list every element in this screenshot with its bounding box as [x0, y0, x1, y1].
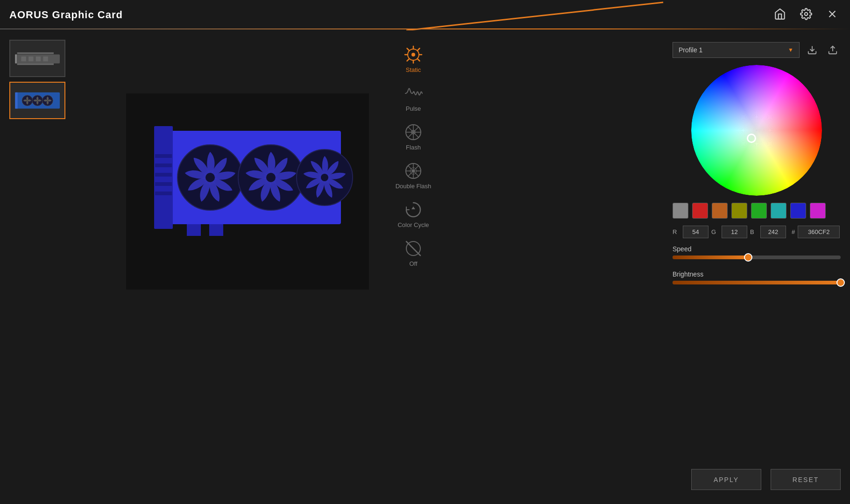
swatch-green[interactable] — [751, 203, 767, 219]
apply-button[interactable]: APPLY — [691, 469, 761, 490]
svg-point-1 — [805, 13, 808, 16]
mode-off-label: Off — [409, 260, 417, 267]
svg-rect-23 — [155, 163, 172, 167]
svg-point-31 — [205, 173, 215, 182]
mode-color-cycle-label: Color Cycle — [397, 221, 429, 228]
svg-point-59 — [412, 170, 415, 172]
mode-off[interactable]: Off — [383, 236, 444, 270]
r-label: R — [673, 228, 680, 235]
profile-import-button[interactable] — [804, 42, 820, 58]
mode-color-cycle[interactable]: Color Cycle — [383, 197, 444, 231]
mode-double-flash-label: Double Flash — [396, 183, 432, 190]
home-button[interactable] — [772, 6, 788, 22]
color-swatches — [673, 203, 841, 219]
profile-dropdown[interactable]: Profile 1 ▼ — [673, 42, 800, 58]
speed-label: Speed — [673, 245, 841, 253]
r-input[interactable] — [683, 226, 708, 238]
mode-flash-label: Flash — [406, 144, 421, 151]
dropdown-arrow-icon: ▼ — [788, 47, 793, 53]
svg-rect-27 — [187, 224, 201, 236]
swatch-cyan[interactable] — [771, 203, 786, 219]
settings-button[interactable] — [798, 6, 815, 22]
svg-line-46 — [418, 49, 420, 51]
swatch-red[interactable] — [692, 203, 708, 219]
svg-line-0 — [406, 2, 663, 30]
svg-rect-9 — [28, 57, 33, 61]
b-input[interactable] — [760, 226, 786, 238]
svg-point-34 — [266, 173, 276, 182]
thumbnail-fans[interactable] — [9, 82, 65, 119]
mode-double-flash[interactable]: Double Flash — [383, 158, 444, 192]
swatch-yellow[interactable] — [731, 203, 747, 219]
thumbnail-sidebar — [9, 40, 70, 119]
g-input[interactable] — [722, 226, 747, 238]
mode-pulse[interactable]: Pulse — [383, 81, 444, 115]
hex-label: # — [792, 228, 795, 235]
speed-slider-section: Speed — [673, 245, 841, 265]
swatch-orange[interactable] — [712, 203, 728, 219]
svg-rect-11 — [43, 57, 48, 61]
svg-line-45 — [418, 59, 420, 61]
color-wheel-container[interactable] — [691, 65, 822, 196]
svg-rect-8 — [21, 57, 26, 61]
brightness-slider-section: Brightness — [673, 270, 841, 290]
close-button[interactable] — [824, 6, 841, 22]
svg-rect-5 — [15, 54, 16, 63]
svg-line-44 — [407, 49, 410, 51]
thumbnail-pcb[interactable] — [9, 40, 65, 77]
title-bar: AORUS Graphic Card — [0, 0, 850, 30]
brightness-label: Brightness — [673, 270, 841, 278]
swatch-blue[interactable] — [790, 203, 806, 219]
app-title: AORUS Graphic Card — [9, 9, 123, 21]
svg-rect-28 — [209, 224, 223, 236]
svg-rect-6 — [17, 52, 53, 54]
g-label: G — [711, 228, 719, 235]
rgb-row: R G B # — [673, 226, 841, 238]
svg-rect-25 — [155, 182, 172, 186]
brightness-slider-track — [673, 281, 841, 290]
svg-rect-13 — [15, 92, 17, 109]
svg-rect-22 — [155, 154, 172, 158]
svg-line-47 — [407, 59, 410, 61]
mode-flash[interactable]: Flash — [383, 120, 444, 154]
window-controls — [772, 6, 841, 22]
svg-rect-10 — [36, 57, 41, 61]
profile-row: Profile 1 ▼ — [673, 42, 841, 58]
gpu-preview — [126, 93, 369, 290]
bottom-buttons: APPLY RESET — [691, 469, 841, 490]
profile-selected: Profile 1 — [679, 46, 702, 54]
b-label: B — [750, 228, 758, 235]
swatch-gray[interactable] — [673, 203, 688, 219]
speed-slider-track — [673, 256, 841, 265]
orange-accent — [406, 0, 687, 30]
svg-rect-26 — [155, 192, 172, 195]
reset-button[interactable]: RESET — [771, 469, 841, 490]
profile-export-button[interactable] — [825, 42, 841, 58]
control-panel: Profile 1 ▼ — [673, 42, 841, 296]
svg-rect-24 — [155, 173, 172, 177]
mode-pulse-label: Pulse — [406, 105, 421, 112]
svg-point-39 — [411, 53, 415, 57]
svg-point-37 — [321, 174, 328, 181]
svg-rect-21 — [154, 126, 173, 229]
svg-rect-7 — [17, 63, 53, 64]
mode-static[interactable]: Static — [383, 42, 444, 76]
swatch-purple[interactable] — [810, 203, 826, 219]
mode-static-label: Static — [406, 66, 421, 73]
hex-input[interactable] — [798, 226, 840, 238]
mode-panel: Static Pulse Flash Double Flas — [383, 42, 444, 270]
